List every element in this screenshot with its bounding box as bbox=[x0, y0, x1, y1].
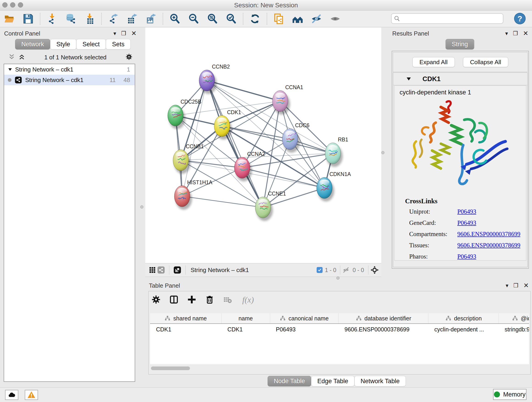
panel-menu-icon[interactable]: ▾ bbox=[114, 31, 116, 36]
function-builder-icon[interactable]: f(x) bbox=[240, 294, 261, 305]
table-cell[interactable]: 9606.ENSP00000378699 bbox=[339, 324, 428, 335]
table-cell[interactable]: stringdb:9... bbox=[499, 324, 529, 335]
close-panel-icon[interactable]: ✕ bbox=[523, 30, 528, 37]
zoom-in-button[interactable] bbox=[169, 13, 181, 25]
zoom-selected-region-button[interactable] bbox=[225, 13, 237, 25]
delete-table-icon[interactable] bbox=[222, 294, 233, 305]
protein-structure-image bbox=[406, 98, 514, 194]
tab-style[interactable]: Style bbox=[50, 39, 76, 50]
collapse-all-button[interactable]: Collapse All bbox=[463, 57, 508, 67]
save-session-button[interactable] bbox=[22, 13, 34, 25]
export-table-button[interactable] bbox=[126, 13, 138, 25]
search-input[interactable] bbox=[402, 14, 501, 23]
network-node-CCNB1[interactable]: CCNB1 bbox=[173, 143, 204, 174]
close-panel-icon[interactable]: ✕ bbox=[524, 282, 529, 289]
first-neighbors-button[interactable] bbox=[291, 13, 304, 25]
network-row[interactable]: String Network – cdk1 11 48 bbox=[4, 75, 135, 85]
grid-view-icon[interactable] bbox=[148, 266, 157, 274]
collapse-all-networks-icon[interactable] bbox=[8, 53, 15, 61]
birds-eye-navigator-icon[interactable] bbox=[370, 266, 379, 274]
crosslink-value-link[interactable]: 9606.ENSP00000378699 bbox=[457, 230, 520, 238]
import-network-from-database-button[interactable] bbox=[65, 13, 77, 25]
zoom-out-button[interactable] bbox=[187, 13, 200, 25]
table-options-gear-icon[interactable] bbox=[151, 294, 161, 305]
crosslink-value-link[interactable]: P06493 bbox=[457, 208, 476, 215]
crosslink-value-link[interactable]: P06493 bbox=[457, 253, 476, 260]
import-table-from-file-button[interactable] bbox=[83, 13, 96, 25]
table-cell[interactable]: CDK1 bbox=[221, 324, 270, 335]
cloud-button[interactable] bbox=[5, 390, 18, 400]
table-row[interactable]: CDK1CDK1P064939606.ENSP00000378699cyclin… bbox=[150, 324, 529, 335]
float-panel-icon[interactable]: ❒ bbox=[513, 31, 518, 36]
network-canvas[interactable]: CCNB2CCNA1CDC25BCDK1CDC6RB1CCNB1CCNA2CDK… bbox=[145, 27, 381, 263]
expand-all-button[interactable]: Expand All bbox=[412, 57, 455, 67]
network-node-RB1[interactable]: RB1 bbox=[325, 137, 348, 167]
float-panel-icon[interactable]: ❒ bbox=[513, 283, 519, 288]
export-network-button[interactable] bbox=[107, 13, 120, 25]
open-session-button[interactable] bbox=[3, 13, 16, 25]
float-panel-icon[interactable]: ❒ bbox=[121, 31, 126, 36]
memory-button[interactable]: Memory bbox=[493, 389, 526, 400]
collection-expander-icon[interactable] bbox=[8, 67, 12, 72]
column-header-description[interactable]: description bbox=[428, 313, 499, 324]
left-splitter-handle[interactable] bbox=[140, 205, 143, 209]
network-edge-CCNB2-CCNE1[interactable] bbox=[207, 80, 263, 207]
warnings-button[interactable] bbox=[25, 390, 38, 400]
apply-preferred-layout-button[interactable] bbox=[249, 13, 261, 25]
network-node-CCNE1[interactable]: CCNE1 bbox=[255, 191, 286, 221]
panel-menu-icon[interactable]: ▾ bbox=[506, 283, 508, 288]
right-splitter-handle[interactable] bbox=[381, 151, 385, 154]
network-collection-row[interactable]: String Network – cdk1 1 bbox=[4, 64, 135, 75]
table-cell[interactable]: cyclin-dependent ... bbox=[428, 324, 499, 335]
close-panel-icon[interactable]: ✕ bbox=[131, 30, 137, 37]
help-button[interactable]: ? bbox=[514, 13, 526, 24]
detach-view-icon[interactable] bbox=[173, 266, 182, 274]
network-node-CCNB2[interactable]: CCNB2 bbox=[199, 64, 230, 94]
network-node-CCNA1[interactable]: CCNA1 bbox=[272, 84, 303, 115]
crosslink-label: Uniprot: bbox=[409, 208, 457, 215]
tab-network[interactable]: Network bbox=[15, 39, 50, 50]
horizontal-splitter-handle[interactable] bbox=[336, 276, 340, 280]
section-expander-icon[interactable] bbox=[406, 76, 412, 82]
network-view-mode-icon[interactable] bbox=[157, 266, 165, 274]
protein-section-header[interactable]: CDK1 bbox=[393, 73, 527, 85]
network-node-HIST1H1A[interactable]: HIST1H1A bbox=[174, 179, 213, 210]
tab-select[interactable]: Select bbox=[76, 39, 106, 50]
tab-node-table[interactable]: Node Table bbox=[268, 376, 311, 386]
column-header-@id[interactable]: @id bbox=[499, 313, 529, 324]
tab-sets[interactable]: Sets bbox=[106, 39, 131, 50]
table-horizontal-scrollbar[interactable] bbox=[150, 366, 529, 370]
table-cell[interactable]: P06493 bbox=[270, 324, 339, 335]
selected-nodes-checkbox[interactable] bbox=[317, 267, 323, 273]
import-network-from-file-button[interactable] bbox=[46, 13, 58, 25]
hide-selected-button[interactable] bbox=[310, 13, 323, 25]
expand-all-networks-icon[interactable] bbox=[18, 53, 25, 61]
new-network-from-selection-button[interactable] bbox=[273, 13, 285, 25]
crosslink-value-link[interactable]: P06493 bbox=[457, 219, 476, 226]
create-column-icon[interactable] bbox=[187, 294, 197, 305]
network-node-CDKN1A[interactable]: CDKN1A bbox=[317, 171, 351, 201]
hidden-items-icon[interactable] bbox=[342, 266, 350, 274]
export-image-button[interactable] bbox=[145, 13, 157, 25]
crosslink-value-link[interactable]: 9606.ENSP00000378699 bbox=[457, 242, 520, 249]
show-columns-icon[interactable] bbox=[169, 294, 179, 305]
network-options-gear-icon[interactable] bbox=[126, 53, 133, 61]
panel-menu-icon[interactable]: ▾ bbox=[505, 31, 508, 36]
tab-edge-table[interactable]: Edge Table bbox=[311, 376, 355, 386]
scrollbar-thumb[interactable] bbox=[151, 366, 190, 370]
network-edge-CCNB2-HIST1H1A[interactable] bbox=[182, 80, 207, 196]
table-cell[interactable]: CDK1 bbox=[150, 324, 221, 335]
network-edge-HIST1H1A-CCNE1[interactable] bbox=[182, 196, 263, 207]
zoom-fit-content-button[interactable] bbox=[206, 13, 219, 25]
column-header-database-identifier[interactable]: database identifier bbox=[339, 313, 428, 324]
tab-network-table[interactable]: Network Table bbox=[355, 376, 406, 386]
column-header-shared-name[interactable]: shared name bbox=[150, 313, 221, 324]
column-header-canonical-name[interactable]: canonical name bbox=[270, 313, 339, 324]
search-field[interactable] bbox=[391, 13, 503, 24]
column-header-name[interactable]: name bbox=[221, 313, 270, 324]
tab-string[interactable]: String bbox=[446, 39, 474, 50]
delete-column-icon[interactable] bbox=[205, 294, 215, 305]
show-all-button[interactable] bbox=[329, 13, 341, 25]
network-node-CCNA2[interactable]: CCNA2 bbox=[234, 151, 265, 181]
database-icon bbox=[65, 13, 76, 24]
